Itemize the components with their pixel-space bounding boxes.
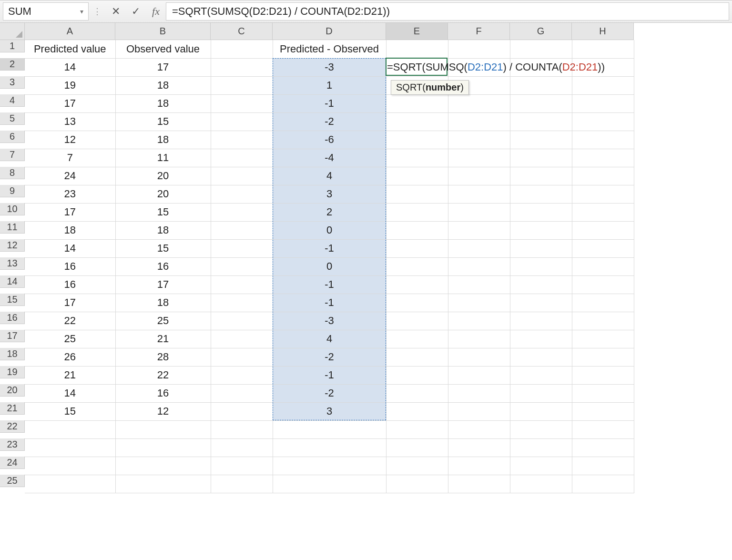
cell-D5[interactable]: -2 — [273, 112, 386, 131]
cell-D24[interactable] — [273, 457, 386, 475]
row-header-12[interactable]: 12 — [0, 239, 25, 252]
cell-C14[interactable] — [211, 275, 273, 294]
cell-H15[interactable] — [572, 294, 634, 312]
cell-D12[interactable]: -1 — [273, 239, 386, 257]
cell-F12[interactable] — [448, 239, 510, 257]
cell-E15[interactable] — [386, 294, 448, 312]
cell-C19[interactable] — [211, 366, 273, 384]
cell-H20[interactable] — [572, 384, 634, 402]
cell-E19[interactable] — [386, 366, 448, 384]
cell-A6[interactable]: 12 — [25, 131, 115, 149]
cell-H25[interactable] — [572, 475, 634, 493]
cell-E18[interactable] — [386, 348, 448, 366]
cell-B15[interactable]: 18 — [115, 294, 211, 312]
cell-F8[interactable] — [448, 167, 510, 185]
enter-button[interactable]: ✓ — [126, 0, 146, 22]
cell-G4[interactable] — [510, 94, 572, 112]
row-header-19[interactable]: 19 — [0, 366, 25, 378]
cell-D22[interactable] — [273, 420, 386, 438]
cell-B11[interactable]: 18 — [115, 221, 211, 239]
cell-H13[interactable] — [572, 257, 634, 275]
cell-H22[interactable] — [572, 420, 634, 438]
cell-H24[interactable] — [572, 457, 634, 475]
cell-D13[interactable]: 0 — [273, 257, 386, 275]
row-header-1[interactable]: 1 — [0, 40, 25, 52]
cell-D17[interactable]: 4 — [273, 330, 386, 348]
cell-D21[interactable]: 3 — [273, 402, 386, 420]
cell-A7[interactable]: 7 — [25, 149, 115, 167]
cell-A10[interactable]: 17 — [25, 203, 115, 221]
cell-C25[interactable] — [211, 475, 273, 493]
cell-F6[interactable] — [448, 131, 510, 149]
cell-B9[interactable]: 20 — [115, 185, 211, 203]
cell-E12[interactable] — [386, 239, 448, 257]
col-header-A[interactable]: A — [25, 23, 115, 40]
cell-A14[interactable]: 16 — [25, 275, 115, 294]
cell-A24[interactable] — [25, 457, 115, 475]
cell-H7[interactable] — [572, 149, 634, 167]
cell-D23[interactable] — [273, 438, 386, 457]
row-header-9[interactable]: 9 — [0, 185, 25, 197]
cell-G15[interactable] — [510, 294, 572, 312]
cell-A17[interactable]: 25 — [25, 330, 115, 348]
cell-A2[interactable]: 14 — [25, 58, 115, 76]
cell-G9[interactable] — [510, 185, 572, 203]
cell-C13[interactable] — [211, 257, 273, 275]
cell-E11[interactable] — [386, 221, 448, 239]
cell-F17[interactable] — [448, 330, 510, 348]
cell-D6[interactable]: -6 — [273, 131, 386, 149]
cell-B24[interactable] — [115, 457, 211, 475]
cell-F16[interactable] — [448, 312, 510, 330]
cell-E7[interactable] — [386, 149, 448, 167]
row-header-7[interactable]: 7 — [0, 149, 25, 161]
cell-F23[interactable] — [448, 438, 510, 457]
cell-G24[interactable] — [510, 457, 572, 475]
cell-H23[interactable] — [572, 438, 634, 457]
cell-F22[interactable] — [448, 420, 510, 438]
cell-A3[interactable]: 19 — [25, 76, 115, 94]
cell-C22[interactable] — [211, 420, 273, 438]
cell-F19[interactable] — [448, 366, 510, 384]
cell-F20[interactable] — [448, 384, 510, 402]
cell-B16[interactable]: 25 — [115, 312, 211, 330]
cell-B13[interactable]: 16 — [115, 257, 211, 275]
cell-B5[interactable]: 15 — [115, 112, 211, 131]
cell-A8[interactable]: 24 — [25, 167, 115, 185]
cell-H18[interactable] — [572, 348, 634, 366]
cell-G18[interactable] — [510, 348, 572, 366]
cell-G11[interactable] — [510, 221, 572, 239]
cell-A21[interactable]: 15 — [25, 402, 115, 420]
col-header-C[interactable]: C — [211, 23, 273, 40]
name-box[interactable]: SUM ▾ — [3, 2, 89, 20]
cell-B18[interactable]: 28 — [115, 348, 211, 366]
cell-G20[interactable] — [510, 384, 572, 402]
cell-B12[interactable]: 15 — [115, 239, 211, 257]
cell-B21[interactable]: 12 — [115, 402, 211, 420]
cell-B23[interactable] — [115, 438, 211, 457]
cell-C15[interactable] — [211, 294, 273, 312]
cell-D14[interactable]: -1 — [273, 275, 386, 294]
cell-G5[interactable] — [510, 112, 572, 131]
cell-D25[interactable] — [273, 475, 386, 493]
cell-B4[interactable]: 18 — [115, 94, 211, 112]
cell-B6[interactable]: 18 — [115, 131, 211, 149]
cell-B25[interactable] — [115, 475, 211, 493]
cell-E25[interactable] — [386, 475, 448, 493]
cell-B10[interactable]: 15 — [115, 203, 211, 221]
cell-C11[interactable] — [211, 221, 273, 239]
cell-A11[interactable]: 18 — [25, 221, 115, 239]
cell-D2[interactable]: -3 — [273, 58, 386, 76]
cell-C7[interactable] — [211, 149, 273, 167]
cell-E21[interactable] — [386, 402, 448, 420]
cell-E23[interactable] — [386, 438, 448, 457]
col-header-D[interactable]: D — [273, 23, 386, 40]
cell-C3[interactable] — [211, 76, 273, 94]
cell-C20[interactable] — [211, 384, 273, 402]
row-header-17[interactable]: 17 — [0, 330, 25, 342]
cell-G16[interactable] — [510, 312, 572, 330]
cell-A19[interactable]: 21 — [25, 366, 115, 384]
worksheet-grid[interactable]: 1Predicted valueObserved valuePredicted … — [0, 40, 732, 493]
name-box-dropdown-icon[interactable]: ▾ — [80, 8, 83, 15]
cell-G25[interactable] — [510, 475, 572, 493]
cell-B19[interactable]: 22 — [115, 366, 211, 384]
